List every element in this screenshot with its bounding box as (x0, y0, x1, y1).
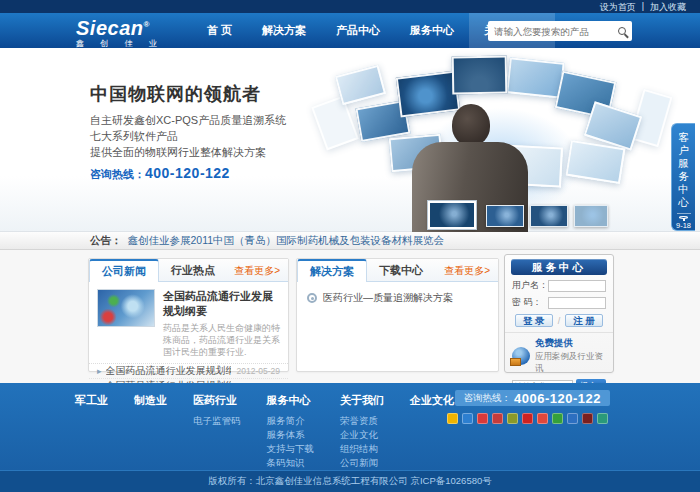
social-share-icon[interactable] (507, 413, 518, 424)
footer-col-title[interactable]: 医药行业 (193, 393, 241, 408)
service-center-header[interactable]: 服务中心 (511, 259, 607, 275)
thumbnail-image (487, 206, 523, 226)
login-button[interactable]: 登 录 (515, 314, 553, 327)
search-icon[interactable] (618, 27, 626, 35)
password-label: 密 码： (512, 296, 548, 309)
footer-hotline-number: 4006-120-122 (514, 391, 601, 406)
hero-banner: 中国物联网的领航者 自主研发鑫创XC-PQS产品质量追溯系统 七大系列软件产品 … (0, 48, 700, 232)
slider-thumbnail[interactable] (486, 205, 524, 227)
button-separator: / (558, 316, 561, 326)
tab-solutions[interactable]: 解决方案 (297, 259, 367, 282)
person-silhouette-head (452, 104, 490, 146)
slider-thumbnail[interactable] (574, 205, 608, 227)
thumbnail-image (430, 203, 474, 227)
footer-link[interactable]: 企业文化 (340, 428, 384, 442)
announcement-label: 公告： (90, 234, 122, 248)
hotline-number: 400-120-122 (145, 165, 230, 181)
hero-title: 中国物联网的领航者 (90, 82, 261, 106)
featured-news-thumbnail (97, 289, 155, 327)
thumbnail-image (531, 206, 567, 226)
password-field[interactable] (548, 297, 606, 309)
footer-link[interactable]: 电子监管码 (193, 414, 241, 428)
social-share-icon[interactable] (522, 413, 533, 424)
footer-col-service: 服务中心 服务简介 服务体系 支持与下载 条码知识 (267, 393, 315, 470)
hero-screen (311, 96, 359, 151)
social-share-icon[interactable] (462, 413, 473, 424)
footer-col-title[interactable]: 服务中心 (267, 393, 315, 408)
social-share-icon[interactable] (597, 413, 608, 424)
top-utility-bar: 设为首页 | 加入收藏 (0, 0, 700, 13)
registered-mark-icon: ® (143, 20, 149, 29)
solution-item-title: 医药行业—质量追溯解决方案 (323, 291, 453, 305)
header: Siecan® 鑫 创 佳 业 首 页 解决方案 产品中心 服务中心 关于sie… (0, 13, 700, 48)
solutions-panel: 解决方案 下载中心 查看更多> 医药行业—质量追溯解决方案 (296, 258, 499, 372)
news-more-link[interactable]: 查看更多> (234, 264, 280, 278)
nav-item-home[interactable]: 首 页 (192, 13, 247, 48)
customer-service-tab[interactable]: 客户服务中心 9-18 (671, 123, 695, 231)
username-label: 用户名： (512, 279, 548, 292)
service-center-panel: 服务中心 用户名： 密 码： 登 录 / 注 册 免费提供 应用案例及行业资讯 (504, 254, 614, 373)
footer-link[interactable]: 荣誉资质 (340, 414, 384, 428)
announcement-bar: 公告： 鑫创佳业参展2011中国（青岛）国际制药机械及包装设备材料展览会 (0, 232, 700, 250)
footer-col-title[interactable]: 企业文化 (410, 393, 454, 408)
news-item-date: 2012-05-29 (237, 366, 280, 376)
hero-line-2: 七大系列软件产品 (90, 128, 286, 144)
featured-news-title[interactable]: 全国药品流通行业发展规划纲要 (163, 289, 280, 319)
announcement-link[interactable]: 鑫创佳业参展2011中国（青岛）国际制药机械及包装设备材料展览会 (128, 234, 445, 248)
solutions-more-link[interactable]: 查看更多> (444, 264, 490, 278)
social-share-icon[interactable] (552, 413, 563, 424)
social-share-icon[interactable] (537, 413, 548, 424)
featured-news-desc: 药品是关系人民生命健康的特殊商品，药品流通行业是关系国计民生的重要行业. (163, 322, 280, 358)
social-share-icon[interactable] (492, 413, 503, 424)
arrow-icon: ▸ (97, 366, 102, 376)
hero-line-1: 自主研发鑫创XC-PQS产品质量追溯系统 (90, 112, 286, 128)
tab-downloads[interactable]: 下载中心 (367, 259, 435, 281)
thumbnail-image (575, 206, 607, 226)
nav-item-products[interactable]: 产品中心 (321, 13, 395, 48)
username-field[interactable] (548, 280, 606, 292)
hero-hotline: 咨询热线：400-120-122 (90, 164, 230, 182)
footer-link[interactable]: 组织结构 (340, 442, 384, 456)
logo[interactable]: Siecan® 鑫 创 佳 业 (76, 15, 164, 49)
register-button[interactable]: 注 册 (565, 314, 603, 327)
slider-thumbnail[interactable] (530, 205, 568, 227)
page: 设为首页 | 加入收藏 Siecan® 鑫 创 佳 业 首 页 解决方案 产品中… (0, 0, 700, 492)
footer-col-military: 军工业 (75, 393, 108, 470)
hero-screen (506, 57, 564, 99)
social-icons-row (447, 413, 608, 424)
featured-news[interactable]: 全国药品流通行业发展规划纲要 药品是关系人民生命健康的特殊商品，药品流通行业是关… (89, 282, 288, 364)
promo-block[interactable]: 免费提供 应用案例及行业资讯 (512, 337, 606, 375)
footer-link[interactable]: 服务简介 (267, 414, 315, 428)
footer-col-title[interactable]: 制造业 (134, 393, 167, 408)
footer-col-title[interactable]: 军工业 (75, 393, 108, 408)
service-hours: 9-18 (676, 221, 691, 230)
social-share-icon[interactable] (567, 413, 578, 424)
footer-col-manufacturing: 制造业 (134, 393, 167, 470)
footer-col-title[interactable]: 关于我们 (340, 393, 384, 408)
tab-company-news[interactable]: 公司新闻 (89, 259, 159, 282)
nav-item-services[interactable]: 服务中心 (395, 13, 469, 48)
solution-list-item[interactable]: 医药行业—质量追溯解决方案 (297, 282, 498, 314)
footer-link[interactable]: 公司新闻 (340, 456, 384, 470)
social-share-icon[interactable] (582, 413, 593, 424)
copyright-text: 版权所有：北京鑫创佳业信息系统工程有限公司 京ICP备1026580号 (208, 475, 491, 488)
footer-link[interactable]: 服务体系 (267, 428, 315, 442)
footer-link[interactable]: 条码知识 (267, 456, 315, 470)
footer-link[interactable]: 支持与下载 (267, 442, 315, 456)
hero-screen (452, 56, 508, 95)
search-input[interactable] (494, 26, 614, 37)
news-list-item[interactable]: ▸ 全国药品流通行业发展规划纲要 2012-05-29 (89, 364, 288, 379)
bullet-circle-icon (307, 293, 317, 303)
promo-desc: 应用案例及行业资讯 (535, 351, 606, 375)
social-share-icon[interactable] (477, 413, 488, 424)
nav-item-solutions[interactable]: 解决方案 (247, 13, 321, 48)
globe-books-icon (512, 347, 530, 365)
tab-industry-hot[interactable]: 行业热点 (159, 259, 227, 281)
slider-thumbnail-active[interactable] (428, 201, 476, 229)
footer-columns: 军工业 制造业 医药行业 电子监管码 服务中心 服务简介 服务体系 支持与下载 … (75, 393, 480, 470)
promo-title: 免费提供 (535, 337, 606, 350)
main-content: 公司新闻 行业热点 查看更多> 全国药品流通行业发展规划纲要 药品是关系人民生命… (0, 250, 700, 383)
social-share-icon[interactable] (447, 413, 458, 424)
copyright-bar: 版权所有：北京鑫创佳业信息系统工程有限公司 京ICP备1026580号 (0, 470, 700, 492)
solutions-tabs: 解决方案 下载中心 查看更多> (297, 259, 498, 282)
